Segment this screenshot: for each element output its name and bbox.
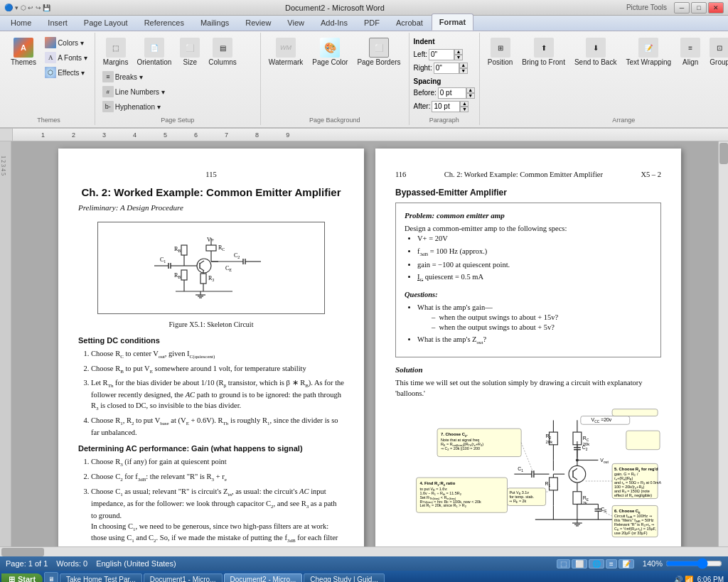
spacing-before-up[interactable]: ▲ xyxy=(466,87,475,93)
scroll-thumb-v[interactable] xyxy=(719,143,728,164)
breaks-button[interactable]: ≡ Breaks ▾ xyxy=(100,70,168,84)
indent-left-input[interactable] xyxy=(429,49,454,60)
taskbar-item-3[interactable]: Chegg Study | Guid... xyxy=(304,573,384,583)
indent-left-label: Left: xyxy=(414,50,427,58)
spacing-before-down[interactable]: ▼ xyxy=(466,93,475,99)
horizontal-scrollbar[interactable] xyxy=(0,546,728,556)
page-background-group-label: Page Background xyxy=(265,115,405,124)
send-to-back-button[interactable]: ⬇ Send to Back xyxy=(571,36,620,68)
margins-button[interactable]: ⬚ Margins xyxy=(100,36,132,68)
full-screen-btn[interactable]: ⬜ xyxy=(572,559,587,568)
indent-right-down[interactable]: ▼ xyxy=(459,68,468,74)
line-numbers-button[interactable]: # Line Numbers ▾ xyxy=(100,85,168,99)
web-layout-btn[interactable]: 🌐 xyxy=(589,559,604,568)
svg-line-130 xyxy=(601,512,612,517)
question-1: What is the amp's gain— – when the outpu… xyxy=(417,303,652,333)
circuit-diagram-box: RC RB CE xyxy=(97,222,325,314)
themes-button[interactable]: A Themes xyxy=(7,36,40,68)
svg-line-10 xyxy=(200,268,204,271)
page-color-button[interactable]: 🎨 Page Color xyxy=(309,36,351,68)
hyphenation-button[interactable]: b‐ Hyphenation ▾ xyxy=(100,99,168,114)
orientation-label: Orientation xyxy=(136,58,171,66)
spacing-after-row: After: ▲ ▼ xyxy=(414,101,469,112)
bring-to-front-button[interactable]: ⬆ Bring to Front xyxy=(518,36,569,68)
align-button[interactable]: ≡ Align xyxy=(677,36,704,68)
indent-right-input[interactable] xyxy=(434,63,459,74)
dc-step-1: Choose RC to center Vout, given IC(quies… xyxy=(91,349,344,361)
tab-references[interactable]: References xyxy=(136,14,192,31)
text-wrapping-button[interactable]: 📝 Text Wrapping xyxy=(622,36,675,68)
indent-left-up[interactable]: ▲ xyxy=(454,49,463,55)
print-layout-btn[interactable]: ⬚ xyxy=(557,559,570,568)
indent-left-down[interactable]: ▼ xyxy=(454,55,463,60)
svg-line-61 xyxy=(573,469,577,472)
position-button[interactable]: ⊞ Position xyxy=(484,36,517,68)
svg-line-9 xyxy=(200,261,204,264)
taskbar-item-2[interactable]: Document2 - Micro... xyxy=(224,573,303,583)
outline-btn[interactable]: ≡ xyxy=(606,559,617,568)
svg-rect-44 xyxy=(626,431,660,450)
tab-mailings[interactable]: Mailings xyxy=(193,14,237,31)
colors-button[interactable]: Colors ▾ xyxy=(42,36,90,50)
group-icon: ⊡ xyxy=(710,38,728,58)
vertical-scrollbar[interactable] xyxy=(718,141,728,546)
page-borders-button[interactable]: ⬜ Page Borders xyxy=(353,36,404,68)
language-indicator: English (United States) xyxy=(96,559,176,568)
tab-review[interactable]: Review xyxy=(237,14,279,31)
spacing-after-down[interactable]: ▼ xyxy=(460,107,469,112)
zoom-slider[interactable] xyxy=(665,559,722,568)
minimize-button[interactable]: ─ xyxy=(674,2,690,14)
spacing-before-row: Before: ▲ ▼ xyxy=(414,87,475,99)
effects-button[interactable]: ⬡ Effects ▾ xyxy=(42,65,90,80)
align-label: Align xyxy=(682,58,698,66)
spacing-before-input[interactable] xyxy=(438,87,466,99)
dc-step-3: Let RTh for the bias divider be about 1/… xyxy=(91,378,344,412)
questions-list: What is the amp's gain— – when the outpu… xyxy=(405,303,652,347)
tab-add-ins[interactable]: Add-Ins xyxy=(313,14,355,31)
orientation-button[interactable]: 📄 Orientation xyxy=(133,36,175,68)
indent-right-arrows: ▲ ▼ xyxy=(459,63,468,74)
size-label: Size xyxy=(183,58,197,66)
spacing-after-input[interactable] xyxy=(432,101,460,112)
tab-format[interactable]: Format xyxy=(432,14,473,31)
taskbar-item-0[interactable]: Take Home Test Par... xyxy=(60,573,142,583)
draft-btn[interactable]: 📝 xyxy=(619,559,634,568)
taskbar-item-1[interactable]: Document1 - Micro... xyxy=(144,573,223,583)
spec-1: V+ = 20V xyxy=(417,234,652,244)
spacing-after-up[interactable]: ▲ xyxy=(460,101,469,107)
fonts-button[interactable]: A A Fonts ▾ xyxy=(42,50,90,65)
position-icon: ⊞ xyxy=(491,38,510,58)
scroll-thumb-h[interactable] xyxy=(1,548,44,556)
indent-right-label: Right: xyxy=(414,64,432,72)
hyphenation-icon: b‐ xyxy=(102,101,114,112)
page-borders-label: Page Borders xyxy=(357,58,400,66)
tab-view[interactable]: View xyxy=(279,14,312,31)
size-icon: ⬜ xyxy=(180,38,200,58)
maximize-button[interactable]: □ xyxy=(691,2,707,14)
spacing-before-arrows: ▲ ▼ xyxy=(466,87,475,99)
tab-page-layout[interactable]: Page Layout xyxy=(76,14,136,31)
close-button[interactable]: ✕ xyxy=(708,2,724,14)
spec-2: f3dB = 100 Hz (approx.) xyxy=(417,247,652,259)
svg-text:2k: 2k xyxy=(583,502,587,506)
start-button[interactable]: ⊞ Start xyxy=(1,573,43,583)
show-desktop-button[interactable]: 🖥 xyxy=(44,572,58,582)
tab-acrobat[interactable]: Acrobat xyxy=(388,14,431,31)
indent-right-up[interactable]: ▲ xyxy=(459,63,468,68)
watermark-button[interactable]: WM Watermark xyxy=(265,36,307,68)
tab-pdf[interactable]: PDF xyxy=(356,14,387,31)
question-2: What is the amp's Zout? xyxy=(417,335,652,347)
arrange-group-label: Arrange xyxy=(484,115,728,124)
send-to-back-label: Send to Back xyxy=(574,58,616,66)
title-bar: 🔵 ▾ ⬡ ↩ ↪ 💾 Document2 - Microsoft Word P… xyxy=(0,0,728,16)
tab-insert[interactable]: Insert xyxy=(40,14,75,31)
tab-home[interactable]: Home xyxy=(3,14,39,31)
columns-button[interactable]: ▤ Columns xyxy=(205,36,240,68)
group-themes: A Themes Colors ▾ A A Fonts ▾ ⬡ Effects … xyxy=(3,33,95,125)
margins-label: Margins xyxy=(103,58,129,66)
svg-rect-1 xyxy=(206,245,216,251)
indent-left-arrows: ▲ ▼ xyxy=(454,49,463,60)
svg-point-59 xyxy=(569,466,586,483)
group-button[interactable]: ⊡ Group xyxy=(706,36,728,68)
size-button[interactable]: ⬜ Size xyxy=(176,36,203,68)
